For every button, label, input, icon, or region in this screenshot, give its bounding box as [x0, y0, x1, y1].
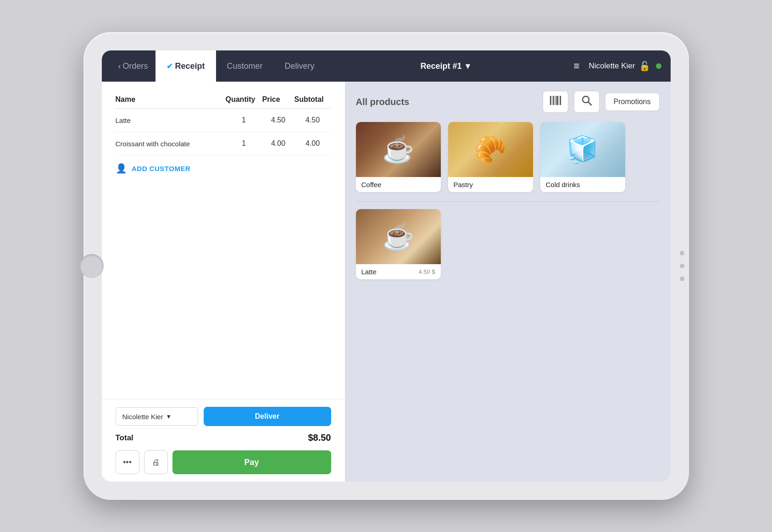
- product-card-latte[interactable]: Latte 4.50 $: [356, 209, 441, 279]
- add-customer-button[interactable]: 👤 ADD CUSTOMER: [116, 155, 331, 181]
- barcode-button[interactable]: [543, 91, 568, 113]
- search-button[interactable]: [574, 91, 600, 113]
- tablet-dot-2: [680, 264, 684, 268]
- print-button[interactable]: 🖨: [144, 450, 168, 474]
- coffee-category-image: [356, 122, 441, 177]
- check-icon: ✔: [167, 62, 172, 71]
- cold-drinks-name: Cold drinks: [546, 181, 580, 188]
- user-name-label: Nicolette Kier: [589, 61, 635, 71]
- cashier-dropdown[interactable]: Nicolette Kier ▾: [116, 407, 198, 426]
- latte-product-image: [356, 209, 441, 264]
- total-row: Total $8.50: [116, 432, 331, 443]
- action-row: ••• 🖨 Pay: [116, 450, 331, 474]
- pastry-category-image: [448, 122, 533, 177]
- topnav: ‹ Orders ✔ Receipt Customer Delivery Rec…: [102, 50, 671, 82]
- table-row[interactable]: Latte 1 4.50 4.50: [116, 109, 331, 132]
- main-content: Name Quantity Price Subtotal Latte 1 4.5…: [102, 82, 671, 482]
- print-icon: 🖨: [152, 458, 160, 467]
- person-icon: 👤: [116, 163, 128, 174]
- receipt-table: Name Quantity Price Subtotal Latte 1 4.5…: [102, 82, 345, 399]
- item-subtotal-croissant: 4.00: [294, 139, 331, 148]
- more-options-button[interactable]: •••: [116, 450, 139, 474]
- product-items-row: Latte 4.50 $: [356, 209, 660, 279]
- deliver-button[interactable]: Deliver: [204, 407, 331, 426]
- category-card-cold-drinks[interactable]: Cold drinks: [540, 122, 625, 192]
- search-icon: [581, 95, 592, 109]
- hamburger-icon: ≡: [574, 60, 580, 72]
- back-arrow-icon: ‹: [118, 61, 121, 71]
- item-qty-latte: 1: [226, 116, 262, 124]
- svg-rect-1: [552, 96, 552, 105]
- category-card-coffee[interactable]: Coffee: [356, 122, 441, 192]
- user-info: Nicolette Kier 🔓: [589, 61, 661, 72]
- cold-drinks-category-label: Cold drinks: [540, 177, 625, 192]
- receipt-number-label: Receipt #1: [421, 61, 462, 71]
- tablet-dot-3: [680, 277, 684, 281]
- svg-rect-4: [556, 96, 558, 105]
- col-subtotal: Subtotal: [294, 95, 331, 104]
- tab-customer[interactable]: Customer: [216, 50, 274, 82]
- tablet-dot-1: [680, 251, 684, 255]
- customer-tab-label: Customer: [227, 61, 263, 71]
- add-customer-label: ADD CUSTOMER: [132, 165, 190, 172]
- item-subtotal-latte: 4.50: [294, 116, 331, 124]
- cold-drinks-category-image: [540, 122, 625, 177]
- item-name-latte: Latte: [116, 116, 226, 124]
- tablet-frame: ‹ Orders ✔ Receipt Customer Delivery Rec…: [83, 32, 689, 500]
- pastry-name: Pastry: [454, 181, 473, 188]
- cashier-row: Nicolette Kier ▾ Deliver: [116, 407, 331, 426]
- left-panel: Name Quantity Price Subtotal Latte 1 4.5…: [102, 82, 345, 482]
- bottom-bar: Nicolette Kier ▾ Deliver Total $8.50 •••: [102, 399, 345, 482]
- category-card-pastry[interactable]: Pastry: [448, 122, 533, 192]
- right-panel: All products: [345, 82, 671, 482]
- svg-rect-5: [559, 96, 559, 105]
- svg-rect-0: [550, 96, 551, 105]
- delivery-tab-label: Delivery: [285, 61, 315, 71]
- svg-line-8: [588, 102, 591, 105]
- pay-button[interactable]: Pay: [172, 450, 331, 474]
- hamburger-menu-button[interactable]: ≡: [565, 60, 589, 72]
- coffee-name: Coffee: [361, 181, 382, 188]
- total-label: Total: [116, 433, 133, 443]
- category-row: Coffee Pastry Cold drinks: [356, 122, 660, 192]
- col-quantity: Quantity: [226, 95, 262, 104]
- receipt-number-dropdown[interactable]: Receipt #1 ▾: [421, 61, 470, 71]
- orders-label: Orders: [123, 61, 148, 71]
- svg-rect-2: [553, 96, 554, 105]
- tablet-home-button[interactable]: [80, 254, 104, 278]
- table-header: Name Quantity Price Subtotal: [116, 91, 331, 109]
- online-status-dot: [656, 63, 661, 69]
- total-amount: $8.50: [308, 432, 331, 443]
- product-grid: Coffee Pastry Cold drinks: [356, 122, 660, 287]
- promotions-button[interactable]: Promotions: [605, 93, 660, 111]
- cashier-chevron-icon: ▾: [167, 412, 171, 421]
- nav-orders-button[interactable]: ‹ Orders: [111, 61, 156, 71]
- item-name-croissant: Croissant with chocolate: [116, 140, 226, 148]
- receipt-tab-label: Receipt: [175, 61, 205, 71]
- all-products-title: All products: [356, 97, 537, 107]
- tablet-side-buttons: [680, 251, 684, 281]
- col-price: Price: [262, 95, 294, 104]
- svg-rect-6: [560, 96, 561, 105]
- tab-receipt[interactable]: ✔ Receipt: [156, 50, 216, 82]
- coffee-category-label: Coffee: [356, 177, 441, 192]
- svg-rect-3: [555, 96, 555, 105]
- item-price-latte: 4.50: [262, 116, 294, 124]
- products-separator: [356, 201, 660, 202]
- promotions-label: Promotions: [614, 98, 651, 105]
- dots-icon: •••: [123, 458, 132, 467]
- barcode-icon: [549, 94, 562, 110]
- table-row[interactable]: Croissant with chocolate 1 4.00 4.00: [116, 132, 331, 155]
- item-price-croissant: 4.00: [262, 139, 294, 148]
- lock-icon: 🔓: [639, 61, 650, 72]
- latte-product-price: 4.50 $: [418, 268, 435, 275]
- pastry-category-label: Pastry: [448, 177, 533, 192]
- cashier-name: Nicolette Kier: [122, 413, 163, 421]
- latte-product-label: Latte 4.50 $: [356, 264, 441, 279]
- receipt-chevron-icon: ▾: [466, 61, 470, 71]
- screen: ‹ Orders ✔ Receipt Customer Delivery Rec…: [102, 50, 671, 482]
- tab-delivery[interactable]: Delivery: [274, 50, 326, 82]
- item-qty-croissant: 1: [226, 139, 262, 148]
- products-header: All products: [356, 91, 660, 113]
- latte-product-name: Latte: [361, 268, 377, 276]
